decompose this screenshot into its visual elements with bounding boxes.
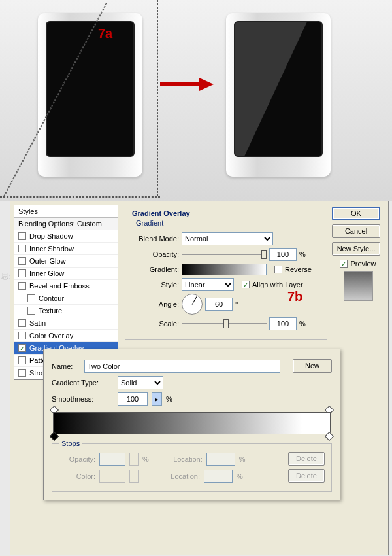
selection-marquee [157, 0, 158, 196]
selection-marquee [0, 196, 160, 198]
illustration-area: 7a [0, 0, 392, 201]
arrow-icon [160, 78, 214, 92]
device-left-screen [46, 21, 135, 157]
screen-gloss [235, 22, 321, 156]
device-right [226, 13, 331, 177]
device-left [38, 13, 142, 177]
device-right-screen [234, 21, 323, 157]
annotation-7a: 7a [98, 26, 112, 41]
